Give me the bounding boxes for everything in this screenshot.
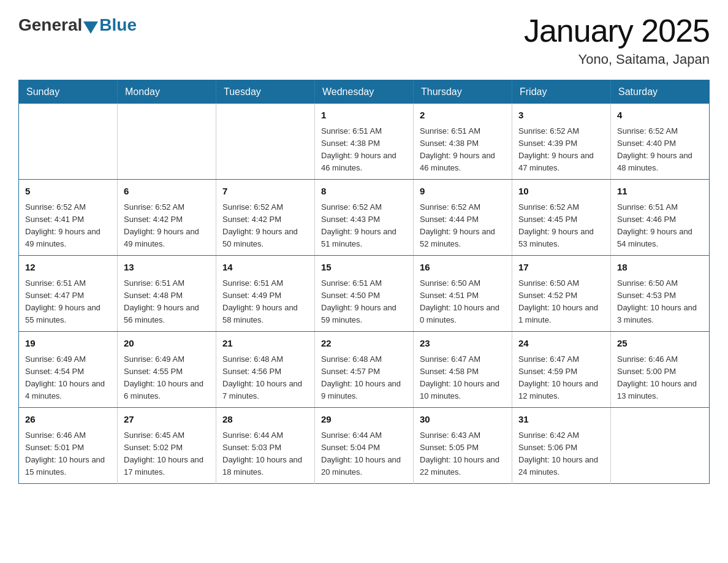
calendar-day-cell: 27Sunrise: 6:45 AM Sunset: 5:02 PM Dayli… (118, 408, 216, 484)
day-info: Sunrise: 6:46 AM Sunset: 5:00 PM Dayligh… (617, 353, 703, 403)
day-number: 28 (222, 413, 308, 427)
day-info: Sunrise: 6:51 AM Sunset: 4:50 PM Dayligh… (321, 277, 407, 327)
day-number: 20 (124, 337, 210, 351)
calendar-day-cell: 11Sunrise: 6:51 AM Sunset: 4:46 PM Dayli… (611, 180, 710, 256)
day-number: 11 (617, 185, 703, 199)
day-info: Sunrise: 6:47 AM Sunset: 4:58 PM Dayligh… (420, 353, 506, 403)
calendar-day-cell: 21Sunrise: 6:48 AM Sunset: 4:56 PM Dayli… (216, 332, 315, 408)
logo: General Blue (18, 15, 137, 35)
day-info: Sunrise: 6:52 AM Sunset: 4:42 PM Dayligh… (222, 201, 308, 251)
calendar-day-cell: 8Sunrise: 6:52 AM Sunset: 4:43 PM Daylig… (315, 180, 414, 256)
day-info: Sunrise: 6:46 AM Sunset: 5:01 PM Dayligh… (25, 429, 111, 479)
day-number: 1 (321, 109, 407, 123)
calendar-day-cell: 22Sunrise: 6:48 AM Sunset: 4:57 PM Dayli… (315, 332, 414, 408)
day-info: Sunrise: 6:49 AM Sunset: 4:54 PM Dayligh… (25, 353, 111, 403)
day-info: Sunrise: 6:51 AM Sunset: 4:49 PM Dayligh… (222, 277, 308, 327)
day-number: 23 (420, 337, 506, 351)
day-info: Sunrise: 6:52 AM Sunset: 4:40 PM Dayligh… (617, 125, 703, 175)
day-number: 24 (518, 337, 604, 351)
day-number: 7 (222, 185, 308, 199)
calendar-day-cell: 3Sunrise: 6:52 AM Sunset: 4:39 PM Daylig… (512, 104, 611, 180)
calendar-week-row: 19Sunrise: 6:49 AM Sunset: 4:54 PM Dayli… (19, 332, 710, 408)
logo-triangle-icon (83, 21, 98, 34)
calendar-day-cell: 1Sunrise: 6:51 AM Sunset: 4:38 PM Daylig… (315, 104, 414, 180)
empty-cell (611, 408, 710, 484)
calendar-week-row: 26Sunrise: 6:46 AM Sunset: 5:01 PM Dayli… (19, 408, 710, 484)
page-header: General Blue January 2025 Yono, Saitama,… (18, 12, 710, 67)
weekday-header-wednesday: Wednesday (315, 80, 414, 104)
day-info: Sunrise: 6:50 AM Sunset: 4:53 PM Dayligh… (617, 277, 703, 327)
day-number: 14 (222, 261, 308, 275)
day-info: Sunrise: 6:45 AM Sunset: 5:02 PM Dayligh… (124, 429, 210, 479)
day-number: 2 (420, 109, 506, 123)
day-number: 21 (222, 337, 308, 351)
calendar-day-cell: 15Sunrise: 6:51 AM Sunset: 4:50 PM Dayli… (315, 256, 414, 332)
calendar-header-row: SundayMondayTuesdayWednesdayThursdayFrid… (19, 80, 710, 104)
calendar-day-cell: 28Sunrise: 6:44 AM Sunset: 5:03 PM Dayli… (216, 408, 315, 484)
empty-cell (216, 104, 315, 180)
day-number: 25 (617, 337, 703, 351)
logo-general-text: General (18, 15, 82, 35)
calendar-week-row: 12Sunrise: 6:51 AM Sunset: 4:47 PM Dayli… (19, 256, 710, 332)
calendar-day-cell: 13Sunrise: 6:51 AM Sunset: 4:48 PM Dayli… (118, 256, 216, 332)
day-info: Sunrise: 6:49 AM Sunset: 4:55 PM Dayligh… (124, 353, 210, 403)
weekday-header-tuesday: Tuesday (216, 80, 315, 104)
calendar-day-cell: 10Sunrise: 6:52 AM Sunset: 4:45 PM Dayli… (512, 180, 611, 256)
day-number: 22 (321, 337, 407, 351)
day-info: Sunrise: 6:42 AM Sunset: 5:06 PM Dayligh… (518, 429, 604, 479)
day-info: Sunrise: 6:52 AM Sunset: 4:41 PM Dayligh… (25, 201, 111, 251)
day-info: Sunrise: 6:51 AM Sunset: 4:48 PM Dayligh… (124, 277, 210, 327)
day-info: Sunrise: 6:52 AM Sunset: 4:45 PM Dayligh… (518, 201, 604, 251)
empty-cell (19, 104, 118, 180)
day-number: 26 (25, 413, 111, 427)
weekday-header-saturday: Saturday (611, 80, 710, 104)
calendar-day-cell: 4Sunrise: 6:52 AM Sunset: 4:40 PM Daylig… (611, 104, 710, 180)
day-number: 10 (518, 185, 604, 199)
day-info: Sunrise: 6:51 AM Sunset: 4:46 PM Dayligh… (617, 201, 703, 251)
day-number: 19 (25, 337, 111, 351)
day-number: 8 (321, 185, 407, 199)
day-number: 4 (617, 109, 703, 123)
calendar-day-cell: 20Sunrise: 6:49 AM Sunset: 4:55 PM Dayli… (118, 332, 216, 408)
calendar-day-cell: 26Sunrise: 6:46 AM Sunset: 5:01 PM Dayli… (19, 408, 118, 484)
weekday-header-sunday: Sunday (19, 80, 118, 104)
calendar-day-cell: 17Sunrise: 6:50 AM Sunset: 4:52 PM Dayli… (512, 256, 611, 332)
day-number: 13 (124, 261, 210, 275)
calendar-day-cell: 2Sunrise: 6:51 AM Sunset: 4:38 PM Daylig… (414, 104, 512, 180)
day-number: 18 (617, 261, 703, 275)
calendar-day-cell: 5Sunrise: 6:52 AM Sunset: 4:41 PM Daylig… (19, 180, 118, 256)
calendar-table: SundayMondayTuesdayWednesdayThursdayFrid… (18, 80, 710, 484)
day-info: Sunrise: 6:50 AM Sunset: 4:51 PM Dayligh… (420, 277, 506, 327)
title-section: January 2025 Yono, Saitama, Japan (524, 12, 710, 67)
day-number: 17 (518, 261, 604, 275)
day-number: 29 (321, 413, 407, 427)
day-info: Sunrise: 6:48 AM Sunset: 4:57 PM Dayligh… (321, 353, 407, 403)
day-info: Sunrise: 6:44 AM Sunset: 5:04 PM Dayligh… (321, 429, 407, 479)
weekday-header-friday: Friday (512, 80, 611, 104)
calendar-day-cell: 25Sunrise: 6:46 AM Sunset: 5:00 PM Dayli… (611, 332, 710, 408)
day-number: 16 (420, 261, 506, 275)
day-info: Sunrise: 6:52 AM Sunset: 4:43 PM Dayligh… (321, 201, 407, 251)
day-info: Sunrise: 6:43 AM Sunset: 5:05 PM Dayligh… (420, 429, 506, 479)
day-number: 6 (124, 185, 210, 199)
calendar-week-row: 5Sunrise: 6:52 AM Sunset: 4:41 PM Daylig… (19, 180, 710, 256)
day-number: 12 (25, 261, 111, 275)
calendar-day-cell: 29Sunrise: 6:44 AM Sunset: 5:04 PM Dayli… (315, 408, 414, 484)
calendar-day-cell: 9Sunrise: 6:52 AM Sunset: 4:44 PM Daylig… (414, 180, 512, 256)
location: Yono, Saitama, Japan (524, 52, 710, 67)
day-number: 31 (518, 413, 604, 427)
day-info: Sunrise: 6:52 AM Sunset: 4:44 PM Dayligh… (420, 201, 506, 251)
month-title: January 2025 (524, 12, 710, 49)
day-number: 15 (321, 261, 407, 275)
weekday-header-thursday: Thursday (414, 80, 512, 104)
calendar-day-cell: 16Sunrise: 6:50 AM Sunset: 4:51 PM Dayli… (414, 256, 512, 332)
calendar-day-cell: 6Sunrise: 6:52 AM Sunset: 4:42 PM Daylig… (118, 180, 216, 256)
day-info: Sunrise: 6:51 AM Sunset: 4:47 PM Dayligh… (25, 277, 111, 327)
day-info: Sunrise: 6:48 AM Sunset: 4:56 PM Dayligh… (222, 353, 308, 403)
calendar-day-cell: 14Sunrise: 6:51 AM Sunset: 4:49 PM Dayli… (216, 256, 315, 332)
calendar-day-cell: 31Sunrise: 6:42 AM Sunset: 5:06 PM Dayli… (512, 408, 611, 484)
day-info: Sunrise: 6:44 AM Sunset: 5:03 PM Dayligh… (222, 429, 308, 479)
day-number: 3 (518, 109, 604, 123)
day-number: 30 (420, 413, 506, 427)
calendar-day-cell: 18Sunrise: 6:50 AM Sunset: 4:53 PM Dayli… (611, 256, 710, 332)
